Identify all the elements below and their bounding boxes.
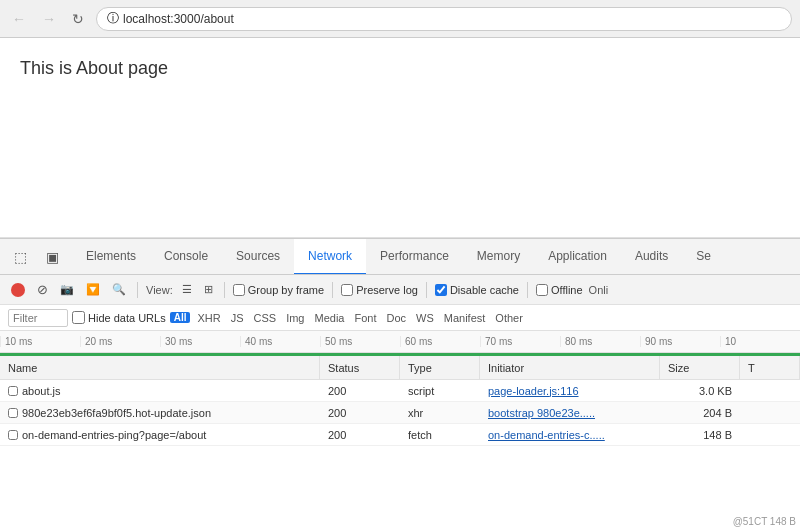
view-list-button[interactable]: ☰ — [179, 282, 195, 297]
network-toolbar: ⊘ 📷 🔽 🔍 View: ☰ ⊞ Group by frame Preserv… — [0, 275, 800, 305]
online-text: Onli — [589, 284, 609, 296]
devtools-tabs: ⬚ ▣ Elements Console Sources Network Per… — [0, 239, 800, 275]
timeline-labels: 10 ms 20 ms 30 ms 40 ms 50 ms 60 ms 70 m… — [0, 336, 800, 347]
timeline-10: 10 — [720, 336, 800, 347]
address-icon: ⓘ — [107, 10, 119, 27]
row-checkbox-3[interactable] — [8, 430, 18, 440]
disable-cache-checkbox[interactable] — [435, 284, 447, 296]
th-name: Name — [0, 356, 320, 379]
filter-input[interactable] — [8, 309, 68, 327]
table-row: 980e23eb3ef6fa9bf0f5.hot-update.json 200… — [0, 402, 800, 424]
td-initiator-3: on-demand-entries-c..... — [480, 424, 660, 445]
view-screenshot-button[interactable]: ⊞ — [201, 282, 216, 297]
record-icon — [11, 283, 25, 297]
td-initiator-1: page-loader.js:116 — [480, 380, 660, 401]
screenshot-button[interactable]: 📷 — [57, 282, 77, 297]
group-by-frame-label[interactable]: Group by frame — [233, 284, 324, 296]
row-checkbox-1[interactable] — [8, 386, 18, 396]
tab-memory[interactable]: Memory — [463, 239, 534, 275]
timeline-20ms: 20 ms — [80, 336, 160, 347]
tab-network[interactable]: Network — [294, 239, 366, 275]
filter-js[interactable]: JS — [228, 312, 247, 324]
th-size: Size — [660, 356, 740, 379]
initiator-link-1[interactable]: page-loader.js:116 — [488, 385, 579, 397]
table-header: Name Status Type Initiator Size T — [0, 356, 800, 380]
filter-media[interactable]: Media — [311, 312, 347, 324]
search-button[interactable]: 🔍 — [109, 282, 129, 297]
view-label: View: — [146, 284, 173, 296]
devtools-icon-buttons: ⬚ ▣ — [0, 243, 72, 271]
timeline-40ms: 40 ms — [240, 336, 320, 347]
inspect-element-button[interactable]: ⬚ — [6, 243, 34, 271]
browser-toolbar: ← → ↻ ⓘ localhost:3000/about — [0, 0, 800, 38]
td-time-3 — [740, 424, 800, 445]
preserve-log-checkbox[interactable] — [341, 284, 353, 296]
filter-img[interactable]: Img — [283, 312, 307, 324]
separator-2 — [224, 282, 225, 298]
timeline-90ms: 90 ms — [640, 336, 720, 347]
address-bar[interactable]: ⓘ localhost:3000/about — [96, 7, 792, 31]
timeline-70ms: 70 ms — [480, 336, 560, 347]
td-type-3: fetch — [400, 424, 480, 445]
refresh-button[interactable]: ↻ — [68, 9, 88, 29]
separator-5 — [527, 282, 528, 298]
back-button[interactable]: ← — [8, 9, 30, 29]
separator-1 — [137, 282, 138, 298]
timeline-row: 10 ms 20 ms 30 ms 40 ms 50 ms 60 ms 70 m… — [0, 331, 800, 353]
tab-audits[interactable]: Audits — [621, 239, 682, 275]
tab-se[interactable]: Se — [682, 239, 725, 275]
timeline-80ms: 80 ms — [560, 336, 640, 347]
tab-performance[interactable]: Performance — [366, 239, 463, 275]
th-type: Type — [400, 356, 480, 379]
filter-xhr[interactable]: XHR — [194, 312, 223, 324]
row-checkbox-2[interactable] — [8, 408, 18, 418]
hide-data-urls-label[interactable]: Hide data URLs — [72, 311, 166, 324]
timeline-60ms: 60 ms — [400, 336, 480, 347]
group-by-frame-checkbox[interactable] — [233, 284, 245, 296]
offline-checkbox[interactable] — [536, 284, 548, 296]
td-status-2: 200 — [320, 402, 400, 423]
td-size-2: 204 B — [660, 402, 740, 423]
preserve-log-label[interactable]: Preserve log — [341, 284, 418, 296]
offline-label[interactable]: Offline — [536, 284, 583, 296]
hide-data-urls-checkbox[interactable] — [72, 311, 85, 324]
initiator-link-3[interactable]: on-demand-entries-c..... — [488, 429, 605, 441]
forward-button[interactable]: → — [38, 9, 60, 29]
url-text: localhost:3000/about — [123, 12, 234, 26]
filter-doc[interactable]: Doc — [383, 312, 409, 324]
tab-application[interactable]: Application — [534, 239, 621, 275]
filter-css[interactable]: CSS — [251, 312, 280, 324]
clear-button[interactable]: ⊘ — [34, 281, 51, 298]
page-content: This is About page — [0, 38, 800, 238]
th-time: T — [740, 356, 800, 379]
disable-cache-label[interactable]: Disable cache — [435, 284, 519, 296]
timeline-30ms: 30 ms — [160, 336, 240, 347]
tab-console[interactable]: Console — [150, 239, 222, 275]
td-type-2: xhr — [400, 402, 480, 423]
td-name-3: on-demand-entries-ping?page=/about — [0, 424, 320, 445]
filter-font[interactable]: Font — [351, 312, 379, 324]
device-toolbar-button[interactable]: ▣ — [38, 243, 66, 271]
separator-4 — [426, 282, 427, 298]
watermark: @51CT 148 B — [733, 516, 796, 527]
page-title: This is About page — [20, 58, 780, 79]
record-button[interactable] — [8, 282, 28, 298]
th-status: Status — [320, 356, 400, 379]
td-status-1: 200 — [320, 380, 400, 401]
all-filter-badge[interactable]: All — [170, 312, 191, 323]
filter-row: Hide data URLs All XHR JS CSS Img Media … — [0, 305, 800, 331]
filter-ws[interactable]: WS — [413, 312, 437, 324]
th-initiator: Initiator — [480, 356, 660, 379]
filter-other[interactable]: Other — [492, 312, 526, 324]
td-time-2 — [740, 402, 800, 423]
td-initiator-2: bootstrap 980e23e..... — [480, 402, 660, 423]
tab-elements[interactable]: Elements — [72, 239, 150, 275]
td-type-1: script — [400, 380, 480, 401]
initiator-link-2[interactable]: bootstrap 980e23e..... — [488, 407, 595, 419]
tab-sources[interactable]: Sources — [222, 239, 294, 275]
td-size-3: 148 B — [660, 424, 740, 445]
td-name-1: about.js — [0, 380, 320, 401]
filter-toggle-button[interactable]: 🔽 — [83, 282, 103, 297]
filter-manifest[interactable]: Manifest — [441, 312, 489, 324]
separator-3 — [332, 282, 333, 298]
